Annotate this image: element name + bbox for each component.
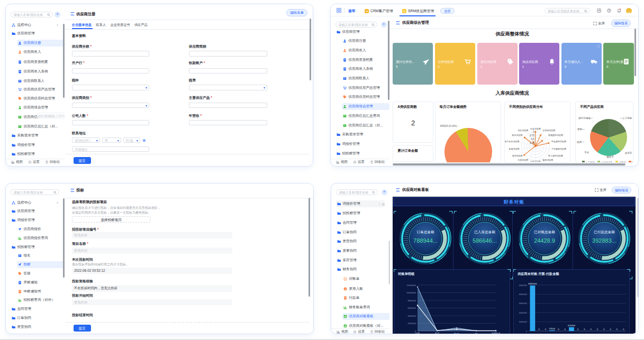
svg-text:Furly: Furly bbox=[454, 332, 460, 334]
svg-text:0: 0 bbox=[610, 328, 611, 330]
svg-text:0.5: 0.5 bbox=[531, 138, 535, 141]
svg-text:0: 0 bbox=[577, 328, 579, 330]
svg-text:392883...: 392883... bbox=[592, 237, 616, 244]
svg-text:电子设备供应商: 电子设备供应商 bbox=[505, 141, 520, 143]
svg-text:0: 0 bbox=[526, 329, 528, 332]
svg-text:mt: mt bbox=[475, 332, 478, 334]
svg-text:0: 0 bbox=[603, 328, 605, 330]
svg-text:8000000: 8000000 bbox=[407, 299, 416, 301]
svg-text:户外服装供应商: 户外服装供应商 bbox=[551, 148, 566, 151]
svg-text:玻璃原料供应商: 玻璃原料供应商 bbox=[548, 134, 563, 136]
svg-text:食材供应商: 食材供应商 bbox=[509, 148, 520, 151]
svg-text:2000000: 2000000 bbox=[519, 311, 527, 314]
svg-text:0: 0 bbox=[616, 328, 618, 330]
svg-text:586646...: 586646... bbox=[473, 237, 497, 244]
svg-text:4000000: 4000000 bbox=[519, 292, 527, 295]
svg-text:24428.9: 24428.9 bbox=[534, 237, 555, 244]
svg-text:12000000: 12000000 bbox=[406, 283, 416, 286]
svg-text:车队供应商: 车队供应商 bbox=[518, 130, 528, 132]
svg-text:0: 0 bbox=[584, 328, 585, 330]
svg-text:服装供应商: 服装供应商 bbox=[542, 159, 553, 162]
svg-text:1: 1 bbox=[533, 131, 534, 134]
svg-text:4940000: 4940000 bbox=[528, 282, 537, 285]
svg-text:1000000: 1000000 bbox=[519, 320, 527, 323]
svg-text:2000000: 2000000 bbox=[407, 322, 416, 325]
svg-text:6000000: 6000000 bbox=[407, 307, 416, 309]
svg-text:0.25: 0.25 bbox=[530, 142, 534, 144]
svg-text:5000000: 5000000 bbox=[519, 283, 527, 286]
svg-text:已对账总金额: 已对账总金额 bbox=[534, 230, 555, 234]
svg-text:如家: 如家 bbox=[415, 332, 420, 334]
svg-text:4000000: 4000000 bbox=[407, 314, 416, 317]
svg-text:海绵供应商: 海绵供应商 bbox=[512, 154, 523, 157]
svg-text:0.75: 0.75 bbox=[530, 134, 534, 137]
svg-text:已入库总金额: 已入库总金额 bbox=[474, 230, 495, 234]
svg-text:军工材料供应商: 军工材料供应商 bbox=[548, 154, 563, 158]
svg-text:0: 0 bbox=[623, 328, 624, 330]
svg-text:0: 0 bbox=[545, 328, 547, 330]
svg-text:长期供应商: 长期供应商 bbox=[518, 159, 528, 162]
svg-text:化妆原料供应商: 化妆原料供应商 bbox=[551, 141, 566, 143]
svg-text:订单总金额: 订单总金额 bbox=[416, 230, 434, 234]
svg-text:73500: 73500 bbox=[549, 327, 556, 329]
svg-text:五金供应商: 五金供应商 bbox=[530, 128, 541, 131]
svg-text:414400: 414400 bbox=[568, 324, 576, 326]
svg-text:0: 0 bbox=[558, 328, 559, 330]
svg-text:已付款总金额: 已付款总金额 bbox=[594, 230, 615, 234]
svg-text:冰淇淋供应商: 冰淇淋供应商 bbox=[542, 130, 555, 132]
svg-text:3000000: 3000000 bbox=[519, 302, 527, 305]
svg-text:示例批号: 示例批号 bbox=[491, 332, 501, 334]
svg-text:制冷供应商: 制冷供应商 bbox=[512, 134, 523, 137]
svg-text:0: 0 bbox=[538, 328, 540, 330]
svg-text:0: 0 bbox=[565, 328, 566, 330]
svg-text:美菱: 美菱 bbox=[435, 332, 440, 334]
svg-text:788944...: 788944... bbox=[413, 237, 438, 244]
svg-text:木料供应商: 木料供应商 bbox=[530, 161, 541, 162]
svg-text:10000000: 10000000 bbox=[406, 291, 416, 294]
svg-text:0: 0 bbox=[591, 328, 592, 330]
svg-text:0: 0 bbox=[597, 328, 598, 330]
